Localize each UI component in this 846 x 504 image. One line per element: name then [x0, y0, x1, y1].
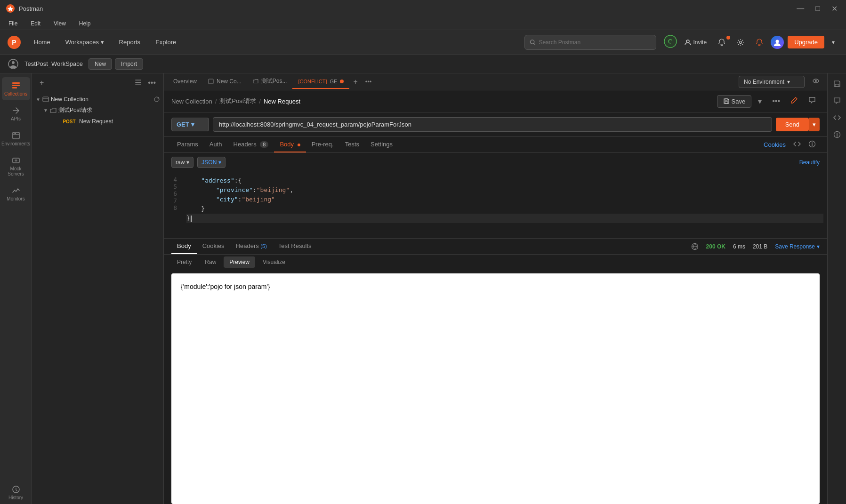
- tab-more-button[interactable]: •••: [362, 74, 376, 89]
- settings-icon: [737, 39, 744, 46]
- right-sidebar-comment-button[interactable]: [830, 94, 844, 109]
- save-dropdown-button[interactable]: ▾: [754, 95, 765, 108]
- breadcrumb-folder[interactable]: 测试Post请求: [219, 97, 256, 105]
- req-tab-prereq[interactable]: Pre-req.: [306, 137, 339, 152]
- eye-button[interactable]: [808, 75, 823, 89]
- right-sidebar-info-button[interactable]: [830, 128, 844, 143]
- upgrade-button[interactable]: Upgrade: [788, 36, 824, 48]
- code-content[interactable]: "address":{ "province":"beijing", "city"…: [183, 176, 827, 234]
- menu-view[interactable]: View: [51, 19, 69, 28]
- panel-more-button[interactable]: •••: [146, 78, 158, 88]
- req-tab-tests[interactable]: Tests: [339, 137, 365, 152]
- sidebar-item-environments[interactable]: Environments: [2, 127, 30, 150]
- sidebar-item-collections[interactable]: Collections: [2, 77, 30, 100]
- resp-tab-cookies[interactable]: Cookies: [197, 239, 230, 254]
- minimize-button[interactable]: —: [794, 3, 807, 14]
- tab-folder-icon: [253, 79, 258, 84]
- send-dropdown-button[interactable]: ▾: [809, 118, 820, 131]
- environment-selector[interactable]: No Environment ▾: [739, 76, 805, 88]
- sidebar-item-mock-servers[interactable]: Mock Servers: [2, 152, 30, 180]
- svg-rect-19: [209, 79, 213, 84]
- req-tab-settings[interactable]: Settings: [365, 137, 398, 152]
- alerts-button[interactable]: [752, 37, 767, 48]
- avatar[interactable]: [771, 36, 784, 49]
- collection-header[interactable]: ▼ New Collection: [32, 94, 163, 104]
- beautify-button[interactable]: Beautify: [799, 159, 820, 166]
- send-button[interactable]: Send: [776, 118, 809, 131]
- req-tab-params[interactable]: Params: [171, 137, 204, 152]
- nav-reports[interactable]: Reports: [113, 36, 146, 48]
- tab-request[interactable]: [CONFLICT] GE: [292, 75, 349, 89]
- method-selector[interactable]: GET ▾: [171, 118, 209, 131]
- sidebar-item-monitors[interactable]: Monitors: [2, 182, 30, 205]
- cookies-link[interactable]: Cookies: [764, 137, 786, 152]
- workspace-icon: [8, 58, 19, 70]
- workspace-bar: TestPost_WorkSpace New Import: [0, 55, 846, 73]
- notifications-button[interactable]: [714, 37, 729, 48]
- url-input[interactable]: [213, 117, 772, 132]
- code-button[interactable]: [790, 138, 805, 152]
- svg-rect-8: [12, 82, 20, 84]
- window-controls: — □ ✕: [794, 3, 840, 14]
- save-response-button[interactable]: Save Response ▾: [775, 243, 820, 250]
- body-type-caret: ▾: [186, 159, 189, 166]
- req-tab-auth[interactable]: Auth: [204, 137, 228, 152]
- tab-folder[interactable]: 测试Pos...: [247, 73, 293, 90]
- comment-button[interactable]: [805, 94, 820, 108]
- format-selector[interactable]: JSON ▾: [197, 157, 226, 168]
- svg-rect-23: [725, 99, 727, 100]
- right-sidebar-code-button[interactable]: [830, 111, 844, 126]
- resp-tab-body[interactable]: Body: [171, 239, 197, 254]
- breadcrumb-collection[interactable]: New Collection: [171, 98, 212, 105]
- collections-label: Collections: [4, 91, 27, 96]
- sync-icon[interactable]: [664, 35, 677, 48]
- request-item[interactable]: POST New Request: [40, 116, 163, 127]
- sidebar-item-history[interactable]: History: [2, 481, 30, 504]
- tab-new-collection[interactable]: New Co...: [202, 74, 247, 89]
- svg-point-18: [158, 97, 159, 99]
- right-sidebar-save-button[interactable]: [830, 77, 844, 92]
- close-button[interactable]: ✕: [829, 3, 840, 14]
- bell-icon: [756, 39, 763, 46]
- invite-button[interactable]: Invite: [681, 37, 710, 48]
- req-tab-headers[interactable]: Headers 8: [228, 137, 274, 152]
- sidebar-item-apis[interactable]: APIs: [2, 102, 30, 125]
- toolbar-more-button[interactable]: •••: [768, 95, 784, 108]
- nav-workspaces[interactable]: Workspaces ▾: [60, 36, 110, 48]
- nav-explore[interactable]: Explore: [150, 36, 182, 48]
- edit-button[interactable]: [787, 94, 802, 108]
- right-code-icon: [833, 114, 841, 121]
- menu-help[interactable]: Help: [76, 19, 94, 28]
- resp-view-pretty[interactable]: Pretty: [171, 256, 197, 268]
- tab-new-collection-label: New Co...: [217, 78, 242, 85]
- sync-status: [664, 35, 677, 49]
- resp-tab-test-results[interactable]: Test Results: [273, 239, 317, 254]
- import-button[interactable]: Import: [115, 58, 143, 70]
- resp-tab-headers[interactable]: Headers (5): [230, 239, 273, 254]
- resp-view-preview[interactable]: Preview: [224, 256, 255, 268]
- code-line-7: }: [186, 204, 823, 214]
- menu-file[interactable]: File: [6, 19, 20, 28]
- tab-overview[interactable]: Overview: [168, 74, 202, 89]
- search-input[interactable]: [539, 39, 651, 46]
- resp-view-visualize[interactable]: Visualize: [257, 256, 291, 268]
- code-line-5: "province":"beijing",: [186, 185, 823, 195]
- resp-view-raw[interactable]: Raw: [199, 256, 222, 268]
- search-bar[interactable]: [524, 35, 656, 50]
- collection-caret: ▼: [36, 97, 40, 102]
- folder-header[interactable]: ▼ 测试Post请求: [40, 104, 163, 116]
- settings-button[interactable]: [733, 37, 748, 48]
- body-type-selector[interactable]: raw ▾: [171, 157, 193, 168]
- topnav-actions: Invite Upgrade ▾: [664, 35, 838, 49]
- new-button[interactable]: New: [89, 58, 112, 70]
- save-button[interactable]: Save: [717, 95, 752, 108]
- add-collection-button[interactable]: +: [38, 78, 46, 88]
- add-tab-button[interactable]: +: [349, 74, 361, 90]
- menu-edit[interactable]: Edit: [28, 19, 43, 28]
- req-tab-body[interactable]: Body: [274, 137, 306, 152]
- info-button[interactable]: [805, 138, 820, 152]
- sort-button[interactable]: ☰: [133, 77, 143, 88]
- upgrade-dropdown[interactable]: ▾: [828, 37, 838, 48]
- nav-home[interactable]: Home: [28, 36, 56, 48]
- maximize-button[interactable]: □: [813, 3, 823, 14]
